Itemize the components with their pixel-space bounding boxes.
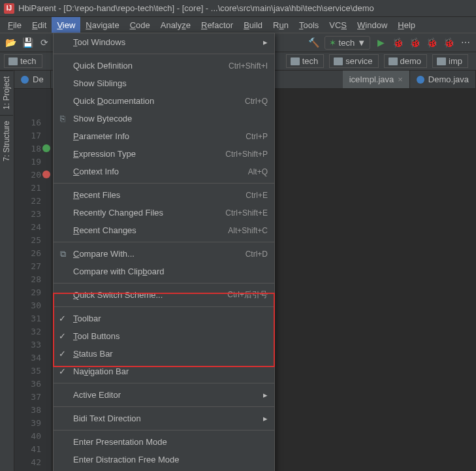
- menu-item[interactable]: ✓Status Bar: [54, 345, 274, 363]
- breadcrumb[interactable]: demo: [384, 54, 428, 68]
- menu-shortcut: Ctrl+Shift+E: [225, 208, 268, 218]
- folder-icon: [437, 57, 446, 65]
- menu-item-label: Enter Presentation Mode: [73, 437, 268, 447]
- menu-navigate[interactable]: Navigate: [80, 17, 124, 33]
- menu-item[interactable]: Recently Changed FilesCtrl+Shift+E: [54, 204, 274, 221]
- menu-shortcut: Ctrl+Shift+I: [229, 61, 268, 71]
- menu-shortcut: Ctrl+后引号: [227, 289, 268, 300]
- menu-item-label: Parameter Info: [73, 131, 246, 141]
- menu-separator: [54, 406, 274, 407]
- menu-item[interactable]: Enter Distraction Free Mode: [54, 451, 274, 468]
- project-tool-button[interactable]: 1: Project: [0, 71, 13, 115]
- menu-separator: [54, 383, 274, 383]
- override-marker-icon[interactable]: [42, 144, 50, 152]
- more-icon[interactable]: ⋯: [459, 36, 472, 49]
- menu-item[interactable]: Enter Full Screen: [54, 468, 274, 471]
- menu-item-label: Compare with Clipboard: [73, 267, 268, 276]
- breadcrumb[interactable]: tech: [4, 54, 42, 68]
- menu-item-label: Enter Distraction Free Mode: [73, 455, 268, 464]
- stop-icon[interactable]: 🐞: [442, 36, 455, 49]
- menu-help[interactable]: Help: [392, 17, 420, 33]
- folder-icon: [8, 57, 18, 65]
- menu-separator: [54, 54, 274, 54]
- profile-icon[interactable]: 🐞: [425, 36, 438, 49]
- menu-refactor[interactable]: Refactor: [196, 17, 238, 33]
- hammer-icon[interactable]: 🔨: [308, 36, 321, 49]
- run-icon[interactable]: ▶: [374, 36, 387, 49]
- menu-item[interactable]: Quick DocumentationCtrl+Q: [54, 92, 274, 110]
- menu-build[interactable]: Build: [238, 17, 268, 33]
- menu-separator: [54, 283, 274, 284]
- save-icon[interactable]: 💾: [21, 36, 34, 49]
- menu-shortcut: Alt+Q: [248, 167, 268, 176]
- menu-item-label: Compare With...: [73, 249, 246, 259]
- breadcrumb[interactable]: service: [329, 54, 378, 68]
- menu-separator: [54, 430, 274, 430]
- menu-item[interactable]: Bidi Text Direction▸: [54, 410, 274, 427]
- menu-item-label: Show Bytecode: [73, 114, 268, 123]
- menu-run[interactable]: Run: [268, 17, 294, 33]
- menu-shortcut: Ctrl+Shift+P: [225, 150, 268, 159]
- menu-shortcut: Ctrl+Q: [245, 97, 268, 106]
- close-icon[interactable]: ×: [398, 74, 403, 84]
- run-config-selector[interactable]: ✶ tech ▼: [325, 36, 370, 50]
- menu-item[interactable]: Active Editor▸: [54, 386, 274, 404]
- menu-view[interactable]: View: [52, 17, 80, 33]
- menu-item[interactable]: Expression TypeCtrl+Shift+P: [54, 145, 274, 163]
- submenu-arrow-icon: ▸: [263, 37, 268, 47]
- menu-tools[interactable]: Tools: [294, 17, 324, 33]
- editor-tab[interactable]: Demo.java: [410, 71, 476, 88]
- submenu-arrow-icon: ▸: [263, 414, 268, 423]
- menu-item[interactable]: Enter Presentation Mode: [54, 433, 274, 451]
- menu-item[interactable]: Parameter InfoCtrl+P: [54, 127, 274, 145]
- menu-item[interactable]: ⧉Compare With...Ctrl+D: [54, 245, 274, 263]
- menu-item[interactable]: Tool Windows▸: [54, 33, 274, 51]
- breadcrumb[interactable]: imp: [432, 54, 468, 68]
- menu-item[interactable]: ✓Navigation Bar: [54, 363, 274, 380]
- menu-item-label: Tool Windows: [73, 37, 263, 47]
- editor-tab[interactable]: iceImpl.java×: [343, 71, 410, 88]
- check-icon: ✓: [59, 349, 66, 359]
- menu-item-label: Tool Buttons: [73, 331, 268, 341]
- folder-icon: [291, 57, 300, 65]
- editor-tab[interactable]: De: [14, 71, 51, 88]
- breadcrumb[interactable]: tech: [286, 54, 325, 68]
- menu-item-label: Status Bar: [73, 349, 268, 359]
- menu-shortcut: Ctrl+E: [246, 191, 268, 200]
- coverage-icon[interactable]: 🐞: [408, 36, 421, 49]
- menu-item[interactable]: ✓Toolbar: [54, 310, 274, 327]
- menu-window[interactable]: Window: [352, 17, 392, 33]
- menu-item[interactable]: ✓Tool Buttons: [54, 327, 274, 345]
- menu-shortcut: Ctrl+P: [246, 132, 268, 141]
- menu-item[interactable]: Context InfoAlt+Q: [54, 163, 274, 180]
- menu-item-label: Quick Definition: [73, 61, 229, 71]
- sync-icon[interactable]: ⟳: [38, 36, 51, 49]
- menu-item-icon: ⧉: [57, 249, 68, 259]
- breakpoint-icon[interactable]: [42, 171, 50, 178]
- menu-item[interactable]: Quick Switch Scheme...Ctrl+后引号: [54, 286, 274, 304]
- run-config-label: tech: [339, 38, 355, 48]
- folder-icon: [389, 57, 398, 65]
- menu-vcs[interactable]: VCS: [324, 17, 352, 33]
- open-icon[interactable]: 📂: [4, 36, 17, 49]
- menu-item[interactable]: Compare with Clipboard: [54, 263, 274, 280]
- menu-item-label: Quick Switch Scheme...: [73, 290, 227, 300]
- menu-item[interactable]: ⎘Show Bytecode: [54, 110, 274, 127]
- menu-item[interactable]: Quick DefinitionCtrl+Shift+I: [54, 57, 274, 74]
- menu-item[interactable]: Show Siblings: [54, 74, 274, 92]
- structure-tool-button[interactable]: 7: Structure: [0, 115, 13, 167]
- menu-item[interactable]: Recent FilesCtrl+E: [54, 186, 274, 204]
- tool-window-bar: 1: Project 7: Structure: [0, 71, 14, 471]
- app-icon: IJ: [4, 3, 14, 14]
- menu-item-label: Bidi Text Direction: [73, 414, 263, 423]
- menu-analyze[interactable]: Analyze: [155, 17, 196, 33]
- debug-icon[interactable]: 🐞: [391, 36, 404, 49]
- menu-item[interactable]: Recent ChangesAlt+Shift+C: [54, 221, 274, 239]
- menu-code[interactable]: Code: [125, 17, 155, 33]
- check-icon: ✓: [59, 314, 66, 323]
- menu-edit[interactable]: Edit: [27, 17, 52, 33]
- menu-file[interactable]: File: [3, 17, 27, 33]
- view-menu-popup: Tool Windows▸Quick DefinitionCtrl+Shift+…: [53, 33, 275, 471]
- menu-item-label: Navigation Bar: [73, 366, 268, 376]
- menu-item-label: Recent Files: [73, 190, 246, 200]
